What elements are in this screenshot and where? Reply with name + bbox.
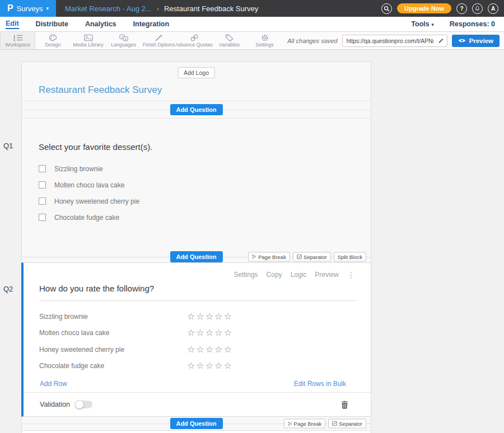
- page-break-button[interactable]: Page Break: [284, 419, 326, 429]
- tab-integration[interactable]: Integration: [133, 20, 170, 29]
- breadcrumb-folder[interactable]: Market Research - Aug 2...: [65, 4, 152, 13]
- top-bar: P Surveys ▾ Market Research - Aug 2... ›…: [0, 0, 504, 17]
- add-question-strip: Add Question Page Break Separator Split …: [22, 251, 371, 262]
- q2-copy-button[interactable]: Copy: [267, 271, 282, 279]
- q1-option-row: Sizzling brownie: [22, 161, 371, 177]
- top-bar-actions: Upgrade Now ? A: [381, 3, 498, 14]
- q1-option-row: Molten choco lava cake: [22, 177, 371, 193]
- chevron-down-icon: ▾: [46, 6, 49, 11]
- q1-option-row: Honey sweetened cherry pie: [22, 193, 371, 209]
- trash-icon: [341, 401, 348, 409]
- q2-settings-button[interactable]: Settings: [234, 271, 258, 279]
- block-tools: Page Break Separator: [284, 419, 366, 429]
- toolbar-item-advance-quotas[interactable]: Advance Quotas: [176, 32, 212, 49]
- delete-question-button[interactable]: [341, 401, 348, 409]
- tab-edit[interactable]: Edit: [6, 20, 19, 29]
- more-options-icon[interactable]: ⋮: [347, 271, 355, 279]
- search-button[interactable]: [381, 3, 392, 14]
- survey-url-box: [342, 35, 447, 47]
- question-text-q1[interactable]: Select your favorite dessert(s).: [39, 142, 354, 152]
- q2-footer: Validation: [24, 392, 371, 416]
- checkbox-check-icon: [332, 421, 337, 426]
- page-break-button[interactable]: Page Break: [248, 252, 290, 261]
- q1-option-list: Sizzling brownie Molten choco lava cake …: [22, 161, 371, 225]
- add-question-button[interactable]: Add Question: [170, 251, 222, 262]
- toolbar-item-label: Settings: [255, 42, 274, 48]
- toolbar-item-settings[interactable]: Settings: [247, 32, 282, 49]
- add-question-button[interactable]: Add Question: [170, 104, 222, 115]
- add-row-link[interactable]: Add Row: [40, 380, 67, 388]
- edit-rows-in-bulk-link[interactable]: Edit Rows in Bulk: [294, 380, 346, 388]
- separator-label: Separator: [304, 253, 327, 260]
- add-question-button[interactable]: Add Question: [170, 418, 222, 429]
- toolbar-item-languages[interactable]: xA Languages: [106, 32, 141, 49]
- edit-url-button[interactable]: [436, 37, 447, 44]
- help-button[interactable]: ?: [456, 3, 467, 14]
- checkbox[interactable]: [39, 165, 46, 172]
- q2-preview-button[interactable]: Preview: [315, 271, 339, 279]
- validation-toggle[interactable]: [76, 401, 92, 408]
- toolbar-item-design[interactable]: Design: [35, 32, 71, 49]
- toggle-knob: [75, 400, 84, 409]
- save-status: All changes saved: [287, 37, 337, 44]
- upgrade-now-button[interactable]: Upgrade Now: [397, 3, 451, 13]
- add-logo-button[interactable]: Add Logo: [178, 67, 215, 78]
- module-nav-right: Tools ▾ Responses: 0: [411, 20, 495, 28]
- variables-icon: [225, 34, 234, 41]
- breadcrumb-current: Restaurant Feedback Survey: [164, 4, 258, 13]
- rating-row-label[interactable]: Sizzling brownie: [39, 313, 187, 321]
- breadcrumb: Market Research - Aug 2... › Restaurant …: [65, 4, 258, 13]
- option-label: Honey sweetened cherry pie: [54, 197, 139, 205]
- responses-count: Responses: 0: [450, 20, 495, 28]
- preview-button[interactable]: Preview: [452, 35, 500, 47]
- add-question-strip: Add Question: [22, 101, 371, 119]
- workspace-icon: [12, 34, 24, 41]
- rating-row-label[interactable]: Chocolate fudge cake: [39, 362, 187, 370]
- star-rating[interactable]: ☆☆☆☆☆: [187, 328, 233, 337]
- star-rating[interactable]: ☆☆☆☆☆: [187, 345, 233, 354]
- separator-button[interactable]: Separator: [328, 419, 366, 429]
- bell-icon: [474, 5, 480, 12]
- breadcrumb-separator-icon: ›: [157, 4, 159, 13]
- rating-row: Sizzling brownie ☆☆☆☆☆: [24, 308, 371, 325]
- tools-menu[interactable]: Tools ▾: [411, 20, 433, 28]
- survey-url-input[interactable]: [343, 37, 436, 44]
- separator-button[interactable]: Separator: [293, 252, 331, 261]
- rating-row-label[interactable]: Molten choco lava cake: [39, 329, 187, 337]
- toolbar-item-variables[interactable]: Variables: [212, 32, 247, 49]
- edit-toolbar: Workspace Design Media Library xA Langua…: [0, 32, 504, 50]
- checkbox[interactable]: [39, 181, 46, 189]
- question-text-q2[interactable]: How do you rate the following?: [39, 284, 357, 301]
- toolbar-item-media-library[interactable]: Media Library: [71, 32, 106, 49]
- survey-editor-app: P Surveys ▾ Market Research - Aug 2... ›…: [0, 0, 504, 433]
- tab-distribute[interactable]: Distribute: [36, 20, 68, 29]
- checkbox[interactable]: [39, 197, 46, 205]
- split-block-button[interactable]: Split Block: [334, 252, 366, 261]
- tab-analytics[interactable]: Analytics: [85, 20, 116, 29]
- toolbar-item-finish-options[interactable]: Finish Options: [141, 32, 176, 49]
- toolbar-item-label: Languages: [111, 42, 136, 48]
- option-label: Molten choco lava cake: [54, 181, 124, 189]
- checkbox[interactable]: [39, 214, 46, 221]
- add-question-strip: Add Question Page Break Separator: [22, 417, 371, 430]
- option-label: Sizzling brownie: [54, 165, 103, 173]
- notifications-button[interactable]: [472, 3, 483, 14]
- toolbar-item-workspace[interactable]: Workspace: [0, 32, 35, 49]
- settings-icon: [261, 34, 269, 41]
- avatar[interactable]: A: [488, 3, 498, 14]
- q2-row-links: Add Row Edit Rows in Bulk: [24, 380, 371, 388]
- q2-logic-button[interactable]: Logic: [291, 271, 307, 279]
- star-rating[interactable]: ☆☆☆☆☆: [187, 361, 233, 370]
- chevron-down-icon: ▾: [431, 22, 434, 27]
- question-block-q1: Select your favorite dessert(s). Sizzlin…: [22, 119, 371, 251]
- survey-header-block: Add Logo Restaurant Feedback Survey: [22, 62, 371, 101]
- toolbar-right: All changes saved Preview: [287, 32, 504, 49]
- surveys-menu[interactable]: P Surveys ▾: [0, 0, 56, 17]
- pencil-icon: [438, 37, 444, 44]
- survey-title[interactable]: Restaurant Feedback Survey: [39, 84, 162, 96]
- q2-rating-rows: Sizzling brownie ☆☆☆☆☆ Molten choco lava…: [24, 308, 371, 374]
- tools-label: Tools: [411, 20, 429, 28]
- separator-label: Separator: [339, 421, 362, 427]
- star-rating[interactable]: ☆☆☆☆☆: [187, 312, 233, 321]
- rating-row-label[interactable]: Honey sweetened cherry pie: [39, 346, 187, 354]
